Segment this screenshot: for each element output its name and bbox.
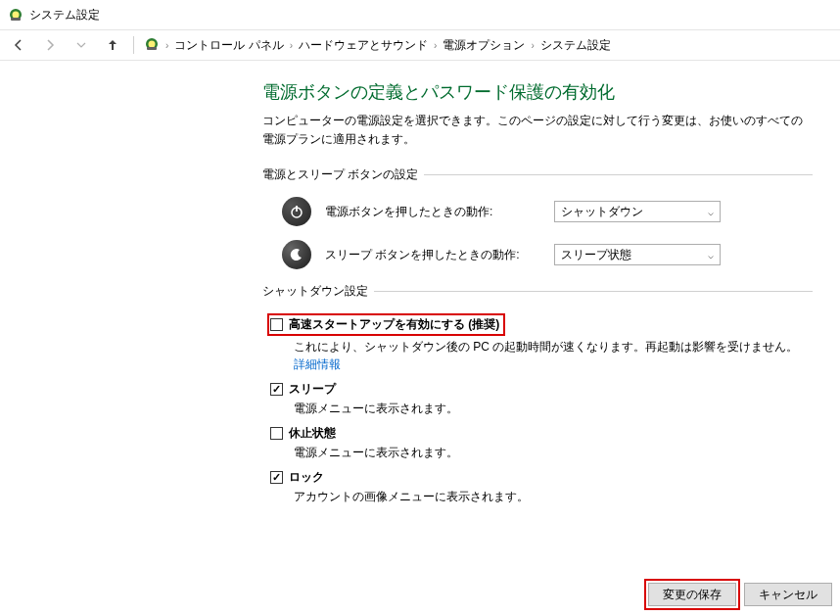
- svg-point-1: [13, 12, 20, 19]
- power-button-label: 電源ボタンを押したときの動作:: [325, 204, 540, 220]
- sleep-button-action-select[interactable]: スリープ状態 ⌵: [554, 244, 721, 265]
- up-button[interactable]: [102, 34, 123, 56]
- checkbox-row-fast-startup: 高速スタートアップを有効にする (推奨): [267, 313, 505, 336]
- sleep-checkbox[interactable]: [270, 383, 283, 396]
- section-header-label: シャットダウン設定: [262, 283, 368, 300]
- section-header-power-sleep: 電源とスリープ ボタンの設定: [262, 166, 813, 183]
- recent-locations-dropdown[interactable]: [70, 34, 92, 56]
- hibernate-label: 休止状態: [289, 425, 336, 442]
- checkbox-row-lock: ロック: [270, 469, 813, 486]
- chevron-down-icon: ⌵: [708, 250, 714, 261]
- footer: 変更の保存 キャンセル: [648, 583, 832, 606]
- fast-startup-description: これにより、シャットダウン後の PC の起動時間が速くなります。再起動は影響を受…: [270, 338, 813, 373]
- chevron-right-icon: ›: [165, 40, 168, 51]
- titlebar: システム設定: [0, 0, 840, 29]
- window-title: システム設定: [29, 7, 100, 24]
- select-value: スリープ状態: [561, 247, 631, 263]
- breadcrumb[interactable]: › コントロール パネル › ハードウェアとサウンド › 電源オプション › シ…: [144, 34, 832, 56]
- nav-separator: [133, 36, 134, 54]
- page-title: 電源ボタンの定義とパスワード保護の有効化: [262, 80, 813, 104]
- power-button-action-row: 電源ボタンを押したときの動作: シャットダウン ⌵: [262, 197, 813, 226]
- chevron-right-icon: ›: [531, 40, 534, 51]
- power-icon: [282, 197, 311, 226]
- checkbox-row-hibernate: 休止状態: [270, 425, 813, 442]
- fast-startup-more-info-link[interactable]: 詳細情報: [294, 357, 341, 371]
- chevron-right-icon: ›: [290, 40, 293, 51]
- sleep-description: 電源メニューに表示されます。: [270, 400, 813, 417]
- chevron-down-icon: ⌵: [708, 207, 714, 217]
- hibernate-description: 電源メニューに表示されます。: [270, 444, 813, 461]
- lock-checkbox[interactable]: [270, 471, 283, 484]
- sleep-button-label: スリープ ボタンを押したときの動作:: [325, 247, 540, 263]
- main-content: 電源ボタンの定義とパスワード保護の有効化 コンピューターの電源設定を選択できます…: [0, 61, 840, 505]
- shutdown-options: 高速スタートアップを有効にする (推奨) これにより、シャットダウン後の PC …: [262, 313, 813, 505]
- section-rule: [374, 291, 813, 292]
- breadcrumb-item[interactable]: システム設定: [540, 37, 611, 54]
- power-options-icon: [8, 7, 23, 23]
- section-rule: [424, 174, 813, 175]
- sleep-label: スリープ: [289, 381, 336, 398]
- power-options-icon: [144, 36, 160, 55]
- sleep-button-action-row: スリープ ボタンを押したときの動作: スリープ状態 ⌵: [262, 240, 813, 269]
- svg-point-4: [149, 40, 156, 47]
- cancel-button[interactable]: キャンセル: [744, 583, 832, 606]
- back-button[interactable]: [8, 34, 29, 56]
- lock-label: ロック: [289, 469, 324, 486]
- section-header-shutdown: シャットダウン設定: [262, 283, 813, 300]
- svg-rect-5: [147, 47, 157, 50]
- power-button-action-select[interactable]: シャットダウン ⌵: [554, 201, 721, 222]
- breadcrumb-item[interactable]: 電源オプション: [443, 37, 525, 54]
- sleep-icon: [282, 240, 311, 269]
- fast-startup-label: 高速スタートアップを有効にする (推奨): [289, 316, 499, 333]
- save-button[interactable]: 変更の保存: [648, 583, 736, 606]
- section-header-label: 電源とスリープ ボタンの設定: [262, 166, 418, 183]
- forward-button[interactable]: [39, 34, 61, 56]
- checkbox-row-sleep: スリープ: [270, 381, 813, 398]
- navbar: › コントロール パネル › ハードウェアとサウンド › 電源オプション › シ…: [0, 29, 840, 61]
- svg-rect-2: [11, 18, 21, 21]
- breadcrumb-item[interactable]: ハードウェアとサウンド: [299, 37, 428, 54]
- lock-description: アカウントの画像メニューに表示されます。: [270, 488, 813, 505]
- fast-startup-checkbox[interactable]: [270, 318, 283, 331]
- hibernate-checkbox[interactable]: [270, 427, 283, 440]
- select-value: シャットダウン: [561, 204, 643, 220]
- breadcrumb-item[interactable]: コントロール パネル: [174, 37, 283, 54]
- chevron-right-icon: ›: [434, 40, 437, 51]
- page-description: コンピューターの電源設定を選択できます。このページの設定に対して行う変更は、お使…: [262, 112, 813, 149]
